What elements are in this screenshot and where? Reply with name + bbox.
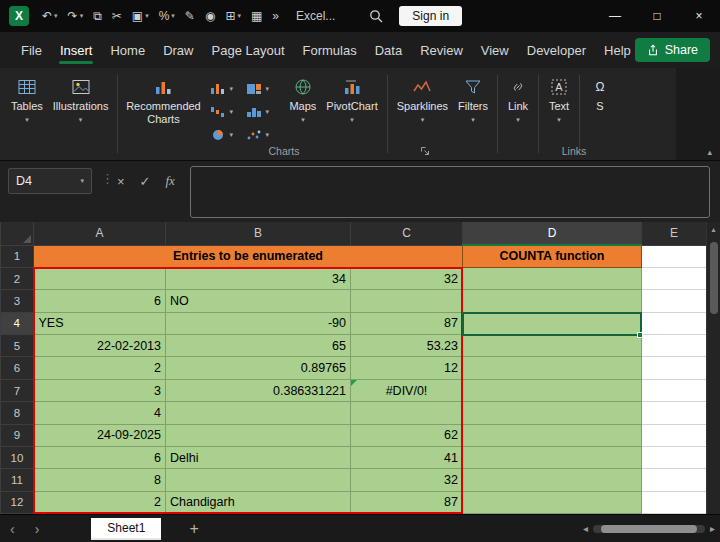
excel-app-icon[interactable]: X [9, 6, 29, 26]
insert-function-icon[interactable]: fx [166, 173, 175, 189]
cell-A8[interactable]: 4 [34, 402, 166, 424]
scroll-left-icon[interactable]: ◂ [583, 523, 588, 534]
tab-data[interactable]: Data [366, 34, 411, 67]
cell-C2[interactable]: 32 [351, 267, 463, 289]
cell-D9[interactable] [463, 424, 642, 446]
cell-B2[interactable]: 34 [166, 267, 351, 289]
sign-in-button[interactable]: Sign in [399, 6, 462, 26]
cell-E6[interactable] [642, 357, 707, 379]
symbols-button-partial[interactable]: Ω S [584, 73, 616, 117]
number-format-icon[interactable]: %▾ [154, 9, 180, 23]
waterfall-chart-button[interactable]: ▾ [208, 100, 244, 123]
close-button[interactable]: × [678, 0, 720, 32]
cell-D8[interactable] [463, 402, 642, 424]
sparklines-button[interactable]: Sparklines ▾ [392, 73, 453, 128]
horizontal-scroll-track[interactable] [593, 525, 705, 533]
cell-C12[interactable]: 87 [351, 491, 463, 513]
format-painter-icon[interactable]: ✎ [180, 9, 200, 23]
cell-A12[interactable]: 2 [34, 491, 166, 513]
cell-D1[interactable]: COUNTA function [463, 245, 642, 267]
formula-input[interactable] [190, 166, 710, 218]
cell-D3[interactable] [463, 290, 642, 312]
cell-C10[interactable]: 41 [351, 447, 463, 469]
cell-B12[interactable]: Chandigarh [166, 491, 351, 513]
sheet-tab-sheet1[interactable]: Sheet1 [91, 518, 161, 540]
camera-icon[interactable]: ◉ [200, 9, 220, 23]
cell-E4[interactable] [642, 312, 707, 334]
filters-button[interactable]: Filters ▾ [453, 73, 493, 128]
cell-B9[interactable] [166, 424, 351, 446]
more-commands-icon[interactable]: » [267, 9, 284, 23]
redo-icon[interactable]: ↷▾ [63, 9, 89, 23]
row-header-12[interactable]: 12 [1, 491, 34, 513]
column-header-C[interactable]: C [351, 222, 463, 245]
cell-D2[interactable] [463, 267, 642, 289]
tab-view[interactable]: View [472, 34, 518, 67]
row-header-7[interactable]: 7 [1, 379, 34, 401]
text-button[interactable]: A Text ▾ [543, 73, 575, 128]
horizontal-scroll-thumb[interactable] [601, 525, 697, 533]
borders-icon[interactable]: ⊞▾ [220, 9, 246, 23]
row-header-4[interactable]: 4 [1, 312, 34, 334]
cell-C3[interactable] [351, 290, 463, 312]
cell-A7[interactable]: 3 [34, 379, 166, 401]
tab-draw[interactable]: Draw [154, 34, 202, 67]
undo-icon[interactable]: ↶▾ [37, 9, 63, 23]
column-chart-button[interactable]: ▾ [208, 77, 244, 100]
tab-file[interactable]: File [12, 34, 51, 67]
new-sheet-button[interactable]: + [189, 520, 198, 538]
maps-button[interactable]: Maps ▾ [284, 73, 321, 128]
cell-D12[interactable] [463, 491, 642, 513]
cell-D6[interactable] [463, 357, 642, 379]
cell-E11[interactable] [642, 469, 707, 491]
cell-A10[interactable]: 6 [34, 447, 166, 469]
cancel-icon[interactable]: × [117, 174, 125, 189]
row-header-9[interactable]: 9 [1, 424, 34, 446]
scroll-up-icon[interactable]: ▴ [707, 222, 720, 238]
cell-B4[interactable]: -90 [166, 312, 351, 334]
row-header-10[interactable]: 10 [1, 447, 34, 469]
minimize-button[interactable]: — [594, 0, 636, 32]
cell-A3[interactable]: 6 [34, 290, 166, 312]
pie-chart-button[interactable]: ▾ [208, 123, 244, 146]
cell-D11[interactable] [463, 469, 642, 491]
cell-A4[interactable]: YES [34, 312, 166, 334]
cell-B7[interactable]: 0.386331221 [166, 379, 351, 401]
share-button[interactable]: Share [635, 38, 710, 62]
tab-review[interactable]: Review [411, 34, 472, 67]
cell-E9[interactable] [642, 424, 707, 446]
cell-B3[interactable]: NO [166, 290, 351, 312]
column-header-A[interactable]: A [34, 222, 166, 245]
cell-B10[interactable]: Delhi [166, 447, 351, 469]
recommended-charts-button[interactable]: Recommended Charts [122, 73, 204, 129]
scroll-right-icon[interactable]: ▸ [710, 523, 715, 534]
copy-icon[interactable]: ⧉ [88, 9, 107, 23]
cell-D7[interactable] [463, 379, 642, 401]
cell-A6[interactable]: 2 [34, 357, 166, 379]
cell-D5[interactable] [463, 335, 642, 357]
row-header-11[interactable]: 11 [1, 469, 34, 491]
cell-B5[interactable]: 65 [166, 335, 351, 357]
cell-A5[interactable]: 22-02-2013 [34, 335, 166, 357]
cell-E3[interactable] [642, 290, 707, 312]
cell-E12[interactable] [642, 491, 707, 513]
tab-help[interactable]: Help [595, 34, 640, 67]
tab-page-layout[interactable]: Page Layout [203, 34, 294, 67]
name-box[interactable]: D4 ▾ [8, 168, 92, 194]
tab-insert[interactable]: Insert [51, 34, 102, 67]
cell-E7[interactable] [642, 379, 707, 401]
cell-C5[interactable]: 53.23 [351, 335, 463, 357]
cell-A11[interactable]: 8 [34, 469, 166, 491]
prev-sheet-icon[interactable]: ‹ [0, 521, 25, 537]
tab-developer[interactable]: Developer [518, 34, 595, 67]
cell-C7[interactable]: #DIV/0! [351, 379, 463, 401]
row-header-8[interactable]: 8 [1, 402, 34, 424]
column-header-E[interactable]: E [642, 222, 707, 245]
horizontal-scrollbar[interactable]: ◂ ▸ [583, 523, 715, 534]
cell-A2[interactable] [34, 267, 166, 289]
illustrations-button[interactable]: Illustrations ▾ [48, 73, 114, 128]
column-header-B[interactable]: B [166, 222, 351, 245]
row-header-1[interactable]: 1 [1, 245, 34, 267]
maximize-button[interactable]: □ [636, 0, 678, 32]
vertical-scrollbar[interactable]: ▴ [706, 222, 720, 514]
